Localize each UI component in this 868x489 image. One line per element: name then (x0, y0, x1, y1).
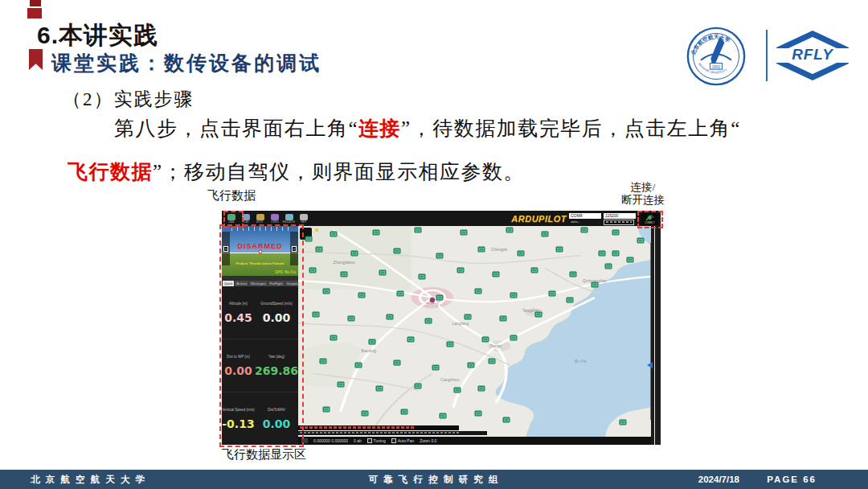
map-label-chengde: Chengde (491, 247, 507, 252)
footer-group: 可 靠 飞 行 控 制 研 究 组 (368, 470, 499, 489)
toolbar-icon-simulation (285, 214, 293, 220)
map-marker (468, 362, 475, 368)
map-marker (397, 290, 404, 296)
baud-select[interactable]: 115200 (604, 213, 636, 219)
map-marker (464, 314, 471, 319)
map-marker (489, 358, 496, 364)
map-marker (555, 246, 563, 252)
map-marker (347, 316, 354, 322)
map-marker (436, 253, 443, 258)
footer-bar: 北 京 航 空 航 天 大 学 可 靠 飞 行 控 制 研 究 组 2024/7… (0, 470, 868, 489)
ardupilot-logo: ARDUPILOT (511, 213, 567, 225)
status-zoom: Zoom 0.0 (420, 438, 436, 443)
map-label-langfang: Langfang (452, 321, 469, 326)
com-port-select[interactable]: COM8 (569, 213, 601, 219)
map-marker (309, 268, 316, 273)
display-area-callout: 飞行数据显示区 (222, 447, 306, 462)
map-marker (323, 289, 330, 294)
map-label-tianjin: Tianjin (490, 343, 502, 348)
map-marker (375, 385, 383, 391)
log-button[interactable] (604, 220, 634, 225)
map-marker (570, 272, 577, 277)
map-marker (549, 290, 556, 296)
map-label-cangzhou: Cangzhou (440, 377, 459, 382)
map-marker (407, 337, 415, 343)
map-marker (432, 364, 440, 370)
map-marker (351, 251, 358, 257)
toolbar-item-simulation[interactable]: SIMULATION (283, 214, 295, 224)
map-marker (612, 229, 620, 235)
map-marker (567, 297, 574, 302)
rfly-logo: RFLY (776, 30, 849, 84)
footer-university: 北 京 航 空 航 天 大 学 (31, 470, 146, 489)
map-marker (372, 229, 379, 235)
map-marker (531, 268, 538, 273)
body-line-1: 第八步，点击界面右上角“连接”，待数据加载完毕后，点击左上角“ (114, 115, 741, 142)
map-marker (499, 316, 506, 322)
map-label-tangshan: Tangshan (522, 308, 540, 313)
map-label-bo-hai: Bo Hai (575, 359, 587, 364)
map-marker (312, 312, 319, 318)
map-marker (415, 228, 422, 233)
body-line1-highlight: 连接 (358, 117, 401, 139)
tuning-checkbox[interactable] (367, 438, 372, 443)
bookmark-icon (29, 49, 43, 70)
map-marker (542, 232, 549, 237)
rfly-text: RFLY (792, 46, 834, 63)
map-marker (341, 272, 348, 277)
map-marker (612, 251, 620, 257)
map-marker (330, 335, 337, 340)
footer-page: PAGE 66 (767, 470, 817, 489)
map-marker (510, 335, 517, 340)
beihang-year-text: 1952 (712, 65, 721, 69)
toolbar-item-label: HELP (301, 220, 306, 223)
toolbar-item-config[interactable]: CONFIG (268, 214, 280, 224)
decor-red-square (27, 8, 42, 18)
map-marker (358, 293, 366, 298)
footer-date: 2024/7/18 (698, 470, 739, 489)
map-marker (637, 238, 644, 244)
status-coords: 0.000000 0.000000 (313, 438, 348, 443)
beihang-logo: 北京航空航天大学 BEIHANG UNIVERSITY 1952 (686, 26, 747, 90)
tuning-checkbox-row[interactable]: Tuning (367, 438, 386, 443)
stats-link[interactable]: stats... (569, 220, 601, 224)
map-marker (436, 295, 443, 301)
zoom-slider-handle[interactable] (647, 362, 653, 368)
map-message-overlay-2 (298, 431, 487, 435)
map-marker (503, 417, 510, 423)
map-marker (330, 232, 337, 237)
section-subtitle: 课堂实践：数传设备的调试 (51, 50, 321, 76)
map-marker (316, 246, 323, 252)
page-title: 6.本讲实践 (37, 19, 158, 52)
map-marker (626, 257, 633, 262)
map-label-zhangjiakou: Zhangjiakou (333, 260, 354, 265)
toolbar-item-help[interactable]: HELP (297, 214, 309, 224)
dashed-box-display-area (219, 224, 304, 447)
slide: 6.本讲实践 课堂实践：数传设备的调试 （2）实践步骤 第八步，点击界面右上角“… (0, 0, 868, 489)
map-marker (337, 381, 344, 387)
map-marker (387, 314, 394, 319)
step-heading: （2）实践步骤 (63, 87, 194, 112)
map-view[interactable]: ZhangjiakouChengdeBeijingLangfangTianjin… (298, 226, 651, 437)
autopan-checkbox[interactable] (391, 438, 396, 443)
autopan-label: Auto Pan (398, 438, 415, 443)
map-marker (400, 409, 407, 414)
toolbar-item-setup[interactable]: SETUP (254, 214, 266, 224)
vehicle-marker (429, 297, 435, 302)
map-marker (393, 249, 400, 254)
map-marker (492, 272, 499, 277)
map-zoom-slider[interactable] (651, 226, 661, 445)
map-marker (474, 411, 481, 417)
map-status-bar: 0.000000 0.000000 0 alt Tuning Auto Pan … (298, 437, 661, 445)
status-alt: 0 alt (354, 438, 361, 443)
map-marker (474, 289, 481, 294)
map-marker (506, 228, 514, 233)
map-marker (369, 339, 376, 345)
map-marker (619, 419, 626, 425)
map-marker (425, 318, 432, 323)
map-marker (379, 269, 387, 275)
toolbar-item-label: SETUP (256, 220, 264, 223)
home-marker (315, 228, 318, 232)
map-marker (418, 273, 425, 279)
autopan-checkbox-row[interactable]: Auto Pan (391, 438, 415, 443)
